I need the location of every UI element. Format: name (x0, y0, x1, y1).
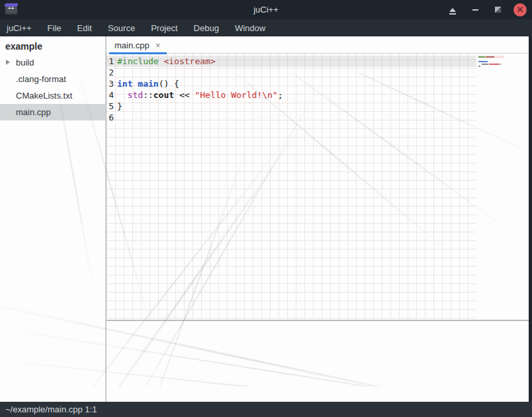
code-line[interactable]: 5} (107, 101, 476, 112)
app-window: juCi++ ✕ juCi++ File Edit Source Project… (0, 0, 532, 417)
pane-splitter[interactable] (107, 320, 532, 321)
cursor-location-text: ~/example/main.cpp 1:1 (5, 404, 97, 414)
file-tree: example build .clang-format CMakeLists.t… (0, 36, 107, 402)
maximize-button[interactable] (491, 3, 504, 17)
menu-juci[interactable]: juCi++ (0, 21, 40, 36)
code-editor[interactable]: 1#include <iostream>23int main() {4 std:… (107, 54, 532, 320)
project-name: example (0, 36, 105, 54)
shade-button[interactable] (446, 3, 459, 17)
line-number: 4 (107, 89, 114, 101)
line-number: 3 (107, 78, 114, 89)
menu-source[interactable]: Source (100, 21, 143, 36)
right-scrollbar[interactable] (529, 36, 532, 402)
output-pane[interactable] (107, 321, 532, 402)
tab-close-icon[interactable]: × (155, 41, 161, 50)
code-line[interactable]: 6 (107, 112, 476, 123)
content-area: example build .clang-format CMakeLists.t… (0, 36, 532, 402)
line-number: 1 (107, 56, 114, 67)
close-button[interactable]: ✕ (513, 3, 527, 17)
line-number: 2 (107, 67, 114, 78)
statusbar: ~/example/main.cpp 1:1 (0, 402, 532, 417)
tree-item-label: .clang-format (16, 74, 66, 84)
chevron-right-icon[interactable] (6, 60, 10, 65)
tree-item-label: CMakeLists.txt (16, 91, 72, 101)
editor-column: main.cpp × 1#include <iostream>23int mai… (107, 36, 532, 402)
titlebar[interactable]: juCi++ ✕ (0, 0, 532, 19)
tree-item-clang-format[interactable]: .clang-format (0, 71, 105, 87)
tree-item-build[interactable]: build (0, 54, 105, 71)
menubar: juCi++ File Edit Source Project Debug Wi… (0, 19, 532, 36)
tab-label: main.cpp (114, 40, 150, 50)
minus-icon (472, 9, 478, 11)
menu-file[interactable]: File (40, 21, 69, 36)
tree-item-label: build (16, 58, 34, 68)
menu-project[interactable]: Project (143, 21, 185, 36)
maximize-icon (495, 7, 501, 13)
close-icon: ✕ (513, 3, 527, 17)
code-lines[interactable]: 1#include <iostream>23int main() {4 std:… (107, 56, 476, 123)
line-number: 6 (107, 112, 114, 123)
tree-item-main-cpp[interactable]: main.cpp (0, 104, 105, 120)
menu-debug[interactable]: Debug (186, 21, 227, 36)
juci-logo-icon (5, 5, 17, 15)
window-controls: ✕ (446, 3, 532, 17)
eject-icon (449, 8, 456, 12)
minimize-button[interactable] (468, 3, 482, 17)
tree-item-cmakelists[interactable]: CMakeLists.txt (0, 87, 105, 104)
minimap[interactable] (478, 56, 508, 71)
code-line[interactable]: 1#include <iostream> (107, 56, 476, 67)
menu-window[interactable]: Window (227, 21, 273, 36)
tab-main-cpp[interactable]: main.cpp × (109, 36, 167, 54)
code-line[interactable]: 3int main() { (107, 78, 476, 89)
line-number: 5 (107, 101, 114, 112)
code-line[interactable]: 4 std::cout << "Hello World!\n"; (107, 89, 476, 101)
tabstrip: main.cpp × (107, 36, 532, 54)
tree-item-label: main.cpp (16, 107, 51, 117)
menu-edit[interactable]: Edit (69, 21, 100, 36)
code-line[interactable]: 2 (107, 67, 476, 78)
